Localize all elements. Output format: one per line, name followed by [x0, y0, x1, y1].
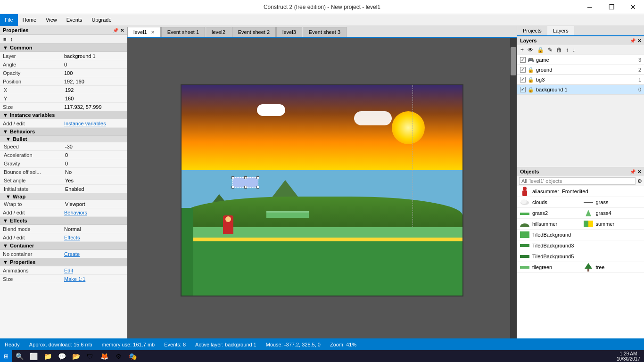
- layers-edit-btn[interactable]: ✎: [546, 46, 554, 54]
- prop-animations: Animations Edit: [0, 266, 127, 275]
- prop-add-edit-ivars-value[interactable]: Instance variables: [64, 121, 124, 126]
- section-instance-vars[interactable]: ▼ Instance variables: [0, 111, 127, 119]
- objects-search-input[interactable]: [519, 177, 636, 185]
- objects-pin[interactable]: 📌: [630, 169, 636, 174]
- taskbar-folder-icon[interactable]: 📂: [69, 350, 83, 362]
- obj-grass-icon: [584, 198, 593, 206]
- restore-button[interactable]: ❐: [601, 0, 622, 14]
- menu-upgrade[interactable]: Upgrade: [87, 14, 116, 26]
- section-behaviors[interactable]: ▼ Behaviors: [0, 128, 127, 136]
- props-sort-type[interactable]: ↕: [8, 36, 14, 42]
- properties-pin[interactable]: 📌: [113, 28, 118, 33]
- canvas-wrapper[interactable]: [127, 38, 517, 343]
- prop-bounce-value: No: [65, 169, 124, 175]
- layers-eye-btn[interactable]: 👁: [526, 46, 535, 54]
- layer-bg1-checkbox[interactable]: ✓: [520, 87, 526, 92]
- taskbar-faces-icon[interactable]: 🎭: [125, 350, 140, 362]
- obj-tiledbg3[interactable]: TiledBackground3: [517, 240, 644, 251]
- obj-tiledbg[interactable]: TiledBackground: [517, 230, 644, 240]
- sel-handle-br: [256, 186, 259, 189]
- obj-grass2[interactable]: grass2: [517, 208, 581, 219]
- layer-game-num: 3: [638, 57, 641, 63]
- taskbar-task-view-icon[interactable]: ⬜: [26, 350, 41, 362]
- layer-game[interactable]: ✓ 🎮 game 3: [517, 55, 644, 65]
- selected-object[interactable]: [232, 177, 258, 188]
- prop-gravity-value: 0: [65, 161, 124, 166]
- prop-position-name: Position: [3, 79, 64, 84]
- prop-no-container-value[interactable]: Create: [64, 251, 124, 257]
- tab-event-sheet-2[interactable]: Event sheet 2: [232, 27, 276, 37]
- prop-add-edit-eff-value[interactable]: Effects: [64, 235, 124, 240]
- taskbar-store-icon[interactable]: 💬: [55, 350, 69, 362]
- obj-hillsummer[interactable]: hillsummer: [517, 219, 581, 230]
- layer-ground-checkbox[interactable]: ✓: [520, 67, 526, 73]
- prop-animations-value[interactable]: Edit: [64, 268, 124, 273]
- properties-close[interactable]: ✕: [120, 28, 124, 33]
- objects-settings-icon[interactable]: ⚙: [637, 178, 642, 184]
- tab-event-sheet-1-label: Event sheet 1: [167, 29, 199, 35]
- section-effects[interactable]: ▼ Effects: [0, 217, 127, 225]
- obj-tiledbg5[interactable]: TiledBackground5: [517, 251, 644, 262]
- layer-ground[interactable]: ✓ 🔒 ground 2: [517, 65, 644, 75]
- layer-bg3[interactable]: ✓ 🔒 bg3 1: [517, 75, 644, 85]
- menu-view[interactable]: View: [41, 14, 62, 26]
- obj-tree[interactable]: tree: [581, 262, 644, 273]
- layer-game-checkbox[interactable]: ✓: [520, 57, 526, 63]
- close-button[interactable]: ✕: [622, 0, 644, 14]
- layers-header: Layers 📌 ✕: [517, 36, 644, 45]
- tab-projects[interactable]: Projects: [517, 26, 547, 35]
- menu-events[interactable]: Events: [62, 14, 87, 26]
- taskbar-firefox-icon[interactable]: 🦊: [97, 350, 111, 362]
- sel-handle-tl: [231, 176, 234, 179]
- layer-game-name: game: [536, 57, 636, 63]
- tab-layers[interactable]: Layers: [547, 26, 574, 36]
- game-canvas[interactable]: [181, 84, 463, 296]
- canvas-vscrollbar[interactable]: [510, 38, 517, 343]
- tab-event-sheet-1[interactable]: Event sheet 1: [161, 27, 205, 37]
- obj-clouds[interactable]: clouds: [517, 197, 581, 208]
- tab-level3[interactable]: level3: [276, 27, 302, 37]
- menu-file[interactable]: File: [0, 14, 18, 26]
- tab-level2[interactable]: level2: [206, 27, 231, 37]
- section-wrap[interactable]: ▼ Wrap: [0, 193, 127, 200]
- start-button[interactable]: ⊞: [0, 350, 12, 362]
- section-container[interactable]: ▼ Container: [0, 242, 127, 250]
- layers-down-btn[interactable]: ↓: [571, 46, 577, 54]
- props-sort-az[interactable]: ≡: [2, 36, 8, 42]
- minimize-button[interactable]: ─: [579, 0, 601, 14]
- taskbar-settings-icon[interactable]: ⚙: [111, 350, 125, 362]
- tab-level1-close[interactable]: ✕: [151, 30, 155, 35]
- section-behaviors-arrow: ▼: [3, 129, 8, 134]
- section-bullet[interactable]: ▼ Bullet: [0, 136, 127, 142]
- layers-up-btn[interactable]: ↑: [564, 46, 570, 54]
- properties-panel: Properties 📌 ✕ ≡ ↕ ▼ Common Layer backgr…: [0, 26, 127, 350]
- obj-grass4[interactable]: grass4: [581, 208, 644, 219]
- obj-summer[interactable]: summer: [581, 219, 644, 230]
- section-properties[interactable]: ▼ Properties: [0, 258, 127, 266]
- tab-level1[interactable]: level1 ✕: [127, 27, 161, 38]
- prop-size2-value[interactable]: Make 1:1: [64, 276, 124, 282]
- layers-close[interactable]: ✕: [637, 38, 641, 43]
- layers-lock-btn[interactable]: 🔒: [536, 46, 545, 54]
- obj-aliasummer[interactable]: aliasummer_Frontedited: [517, 186, 644, 197]
- layer-bg1-lock-icon: 🔒: [528, 86, 534, 93]
- prop-acceleration: Acceleration 0: [0, 151, 127, 159]
- taskbar-search-icon[interactable]: 🔍: [12, 350, 26, 362]
- taskbar-shield-icon[interactable]: 🛡: [83, 350, 97, 362]
- layers-delete-btn[interactable]: 🗑: [555, 46, 563, 54]
- layers-pin[interactable]: 📌: [630, 38, 636, 43]
- sel-handle-bm: [244, 186, 247, 189]
- objects-close[interactable]: ✕: [637, 169, 641, 174]
- prop-add-edit-beh-value[interactable]: Behaviors: [64, 210, 124, 215]
- tab-event-sheet-3[interactable]: Event sheet 3: [303, 27, 347, 37]
- section-common[interactable]: ▼ Common: [0, 44, 127, 52]
- canvas-vscroll-thumb[interactable]: [511, 47, 516, 75]
- layers-add-btn[interactable]: +: [519, 46, 525, 54]
- obj-grass[interactable]: grass: [581, 197, 644, 208]
- layer-bg3-checkbox[interactable]: ✓: [520, 77, 526, 82]
- menu-home[interactable]: Home: [18, 14, 41, 26]
- taskbar-file-explorer-icon[interactable]: 📁: [41, 350, 55, 362]
- obj-tilegreen[interactable]: tilegreen: [517, 262, 581, 273]
- layer-background1[interactable]: ✓ 🔒 background 1 0: [517, 85, 644, 95]
- obj-tiledbg3-name: TiledBackground3: [532, 243, 641, 248]
